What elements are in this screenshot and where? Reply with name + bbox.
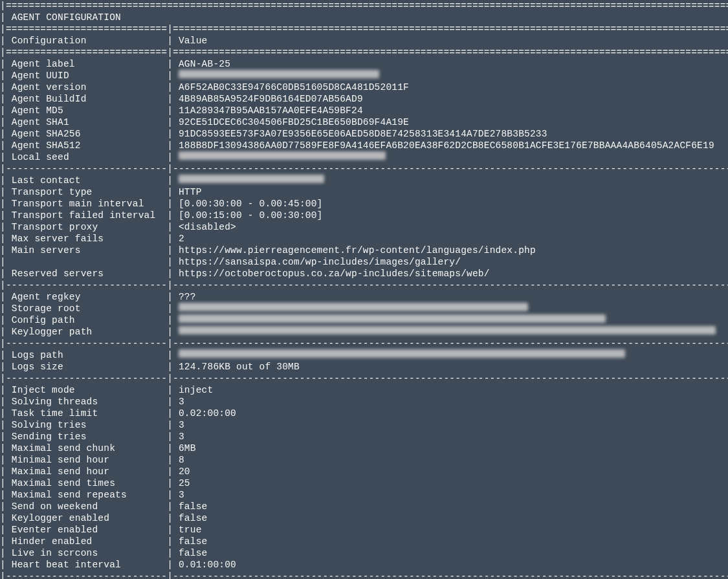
config-value: AGN-AB-25 bbox=[179, 58, 230, 70]
config-value: 124.786KB out of 30MB bbox=[179, 361, 300, 373]
config-row: | Maximal send chunk | 6MB bbox=[0, 442, 728, 454]
config-row: | Agent SHA1 | 92CE51DCEC6C304506FBD25C1… bbox=[0, 116, 728, 128]
config-value: 4B89AB85A9524F9DB6164ED07AB56AD9 bbox=[179, 93, 363, 105]
config-key: Solving tries bbox=[12, 419, 167, 431]
config-value: 92CE51DCEC6C304506FBD25C1BE650BD69F4A19E bbox=[179, 116, 409, 128]
config-row: | Transport proxy | <disabled> bbox=[0, 221, 728, 233]
config-row: | Storage root | bbox=[0, 303, 728, 314]
config-key: Max server fails bbox=[12, 233, 167, 245]
config-key: Last contact bbox=[12, 175, 167, 186]
title-line: | AGENT CONFIGURATION bbox=[0, 12, 728, 23]
config-key: Solving threads bbox=[12, 396, 167, 408]
config-row: | Send on weekend | false bbox=[0, 501, 728, 512]
config-key: Transport type bbox=[12, 186, 167, 198]
divider-split: |============================|==========… bbox=[0, 47, 728, 58]
config-key: Main servers bbox=[12, 245, 167, 256]
header-label-config: Configuration bbox=[12, 35, 167, 47]
config-value: [0.00:15:00 - 0.00:30:00] bbox=[179, 210, 323, 221]
config-row: | Solving threads | 3 bbox=[0, 396, 728, 408]
config-key: Storage root bbox=[12, 303, 167, 314]
divider-dash: |----------------------------|----------… bbox=[0, 338, 728, 349]
title: AGENT CONFIGURATION bbox=[12, 12, 121, 23]
config-value: 6MB bbox=[179, 442, 196, 454]
config-value: A6F52AB0C33E94766C0DB51605D8CA481D52011F bbox=[179, 82, 409, 93]
config-key: Task time limit bbox=[12, 408, 167, 419]
config-key bbox=[12, 256, 167, 268]
config-value: 25 bbox=[179, 477, 190, 489]
config-value: [0.00:30:00 - 0.00:45:00] bbox=[179, 198, 323, 210]
config-row: | Eventer enabled | true bbox=[0, 524, 728, 536]
config-row: | Heart beat interval | 0.01:00:00 bbox=[0, 559, 728, 571]
config-row: | Inject mode | inject bbox=[0, 384, 728, 396]
config-key: Agent SHA1 bbox=[12, 116, 167, 128]
config-key: Maximal send chunk bbox=[12, 442, 167, 454]
config-value: false bbox=[179, 547, 208, 559]
config-value: 8 bbox=[179, 454, 184, 466]
config-row: | Agent MD5 | 11A289347B95AAB157AA0EFE4A… bbox=[0, 105, 728, 116]
divider-full: |=======================================… bbox=[0, 0, 728, 12]
config-key: Keylogger enabled bbox=[12, 512, 167, 524]
config-key: Logs path bbox=[12, 349, 167, 361]
config-key: Transport main interval bbox=[12, 198, 167, 210]
config-row: | Sending tries | 3 bbox=[0, 431, 728, 442]
config-value: false bbox=[179, 536, 208, 547]
config-row: | Agent label | AGN-AB-25 bbox=[0, 58, 728, 70]
config-key: Agent regkey bbox=[12, 291, 167, 303]
config-value: https://sansaispa.com/wp-includes/images… bbox=[179, 256, 461, 268]
config-row: | Local seed | bbox=[0, 151, 728, 163]
config-row: | Keylogger path | bbox=[0, 326, 728, 338]
config-key: Agent MD5 bbox=[12, 105, 167, 116]
divider-dash: |----------------------------|----------… bbox=[0, 163, 728, 175]
divider-dash: |----------------------------|----------… bbox=[0, 373, 728, 384]
config-value: 0.02:00:00 bbox=[179, 408, 236, 419]
config-key: Transport proxy bbox=[12, 221, 167, 233]
divider-split: |============================|==========… bbox=[0, 23, 728, 35]
config-key: Agent version bbox=[12, 82, 167, 93]
redacted-value bbox=[179, 70, 379, 78]
config-row: | Logs size | 124.786KB out of 30MB bbox=[0, 361, 728, 373]
config-row: | Task time limit | 0.02:00:00 bbox=[0, 408, 728, 419]
config-row: | Keylogger enabled | false bbox=[0, 512, 728, 524]
redacted-value bbox=[179, 175, 324, 183]
config-key: Inject mode bbox=[12, 384, 167, 396]
divider-dash: |----------------------------|----------… bbox=[0, 571, 728, 579]
config-key: Agent BuildId bbox=[12, 93, 167, 105]
redacted-value bbox=[179, 349, 625, 358]
config-key: Agent label bbox=[12, 58, 167, 70]
divider-dash: |----------------------------|----------… bbox=[0, 279, 728, 291]
config-row: | Agent SHA256 | 91DC8593EE573F3A07E9356… bbox=[0, 128, 728, 140]
config-value: https://octoberoctopus.co.za/wp-includes… bbox=[179, 268, 490, 279]
header-label-value: Value bbox=[179, 35, 208, 47]
config-key: Config path bbox=[12, 314, 167, 326]
config-key: Logs size bbox=[12, 361, 167, 373]
config-value: 20 bbox=[179, 466, 190, 477]
config-key: Transport failed interval bbox=[12, 210, 167, 221]
config-row: | Agent regkey | ??? bbox=[0, 291, 728, 303]
config-value: false bbox=[179, 512, 208, 524]
config-value: ??? bbox=[179, 291, 196, 303]
config-row: | Main servers | https://www.pierreagenc… bbox=[0, 245, 728, 256]
config-key: Agent SHA256 bbox=[12, 128, 167, 140]
config-value: HTTP bbox=[179, 186, 202, 198]
redacted-value bbox=[179, 326, 716, 334]
config-row: | Max server fails | 2 bbox=[0, 233, 728, 245]
config-row: | Solving tries | 3 bbox=[0, 419, 728, 431]
config-row: | Agent BuildId | 4B89AB85A9524F9DB6164E… bbox=[0, 93, 728, 105]
redacted-value bbox=[179, 303, 528, 311]
agent-config-screen: |=======================================… bbox=[0, 0, 728, 579]
config-key: Agent UUID bbox=[12, 70, 167, 82]
config-key: Eventer enabled bbox=[12, 524, 167, 536]
config-row: | Maximal send times | 25 bbox=[0, 477, 728, 489]
config-key: Keylogger path bbox=[12, 326, 167, 338]
config-value: true bbox=[179, 524, 202, 536]
redacted-value bbox=[179, 314, 606, 323]
config-key: Reserved servers bbox=[12, 268, 167, 279]
config-key: Maximal send hour bbox=[12, 466, 167, 477]
config-value: 2 bbox=[179, 233, 184, 245]
config-row: | Minimal send hour | 8 bbox=[0, 454, 728, 466]
config-row: | Hinder enabled | false bbox=[0, 536, 728, 547]
config-key: Maximal send times bbox=[12, 477, 167, 489]
config-value: 3 bbox=[179, 431, 184, 442]
config-row: | Transport failed interval | [0.00:15:0… bbox=[0, 210, 728, 221]
config-value: 11A289347B95AAB157AA0EFE4A59BF24 bbox=[179, 105, 363, 116]
